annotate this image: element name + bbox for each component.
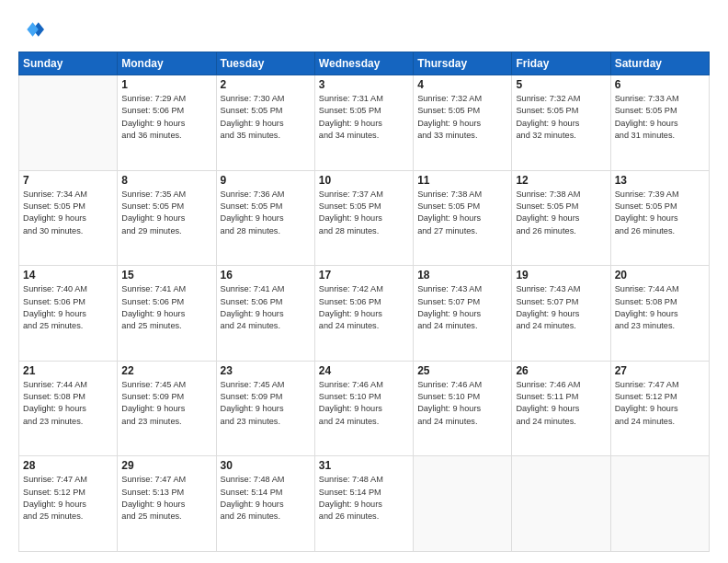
day-number: 12 [516,174,606,187]
day-cell: 31Sunrise: 7:48 AM Sunset: 5:14 PM Dayli… [314,456,413,552]
weekday-header-tuesday: Tuesday [216,52,314,75]
day-cell: 20Sunrise: 7:44 AM Sunset: 5:08 PM Dayli… [610,266,709,362]
header [18,17,710,42]
day-number: 8 [121,174,211,187]
day-info: Sunrise: 7:29 AM Sunset: 5:06 PM Dayligh… [121,93,211,142]
day-info: Sunrise: 7:42 AM Sunset: 5:06 PM Dayligh… [319,283,409,332]
day-info: Sunrise: 7:32 AM Sunset: 5:05 PM Dayligh… [417,93,507,142]
day-cell: 30Sunrise: 7:48 AM Sunset: 5:14 PM Dayli… [216,456,314,552]
day-info: Sunrise: 7:39 AM Sunset: 5:05 PM Dayligh… [615,189,705,237]
day-cell: 29Sunrise: 7:47 AM Sunset: 5:13 PM Dayli… [118,456,216,552]
day-number: 22 [121,364,211,377]
day-info: Sunrise: 7:48 AM Sunset: 5:14 PM Dayligh… [221,474,311,523]
page: SundayMondayTuesdayWednesdayThursdayFrid… [0,0,728,563]
week-row-4: 28Sunrise: 7:47 AM Sunset: 5:12 PM Dayli… [19,456,710,552]
logo-icon [18,17,44,42]
day-cell: 4Sunrise: 7:32 AM Sunset: 5:05 PM Daylig… [414,75,512,171]
weekday-header-wednesday: Wednesday [314,52,413,75]
weekday-header-friday: Friday [512,52,610,75]
day-info: Sunrise: 7:34 AM Sunset: 5:05 PM Dayligh… [23,189,113,237]
day-cell: 7Sunrise: 7:34 AM Sunset: 5:05 PM Daylig… [19,170,118,266]
day-info: Sunrise: 7:40 AM Sunset: 5:06 PM Dayligh… [23,283,113,332]
day-info: Sunrise: 7:30 AM Sunset: 5:05 PM Dayligh… [221,93,311,142]
day-cell: 18Sunrise: 7:43 AM Sunset: 5:07 PM Dayli… [414,266,512,362]
day-info: Sunrise: 7:47 AM Sunset: 5:12 PM Dayligh… [615,379,705,428]
logo [18,17,48,42]
weekday-header-thursday: Thursday [414,52,512,75]
day-cell: 16Sunrise: 7:41 AM Sunset: 5:06 PM Dayli… [216,266,314,362]
day-info: Sunrise: 7:31 AM Sunset: 5:05 PM Dayligh… [319,93,409,142]
day-number: 13 [615,174,705,187]
day-cell [19,75,118,171]
day-cell: 15Sunrise: 7:41 AM Sunset: 5:06 PM Dayli… [118,266,216,362]
calendar-table: SundayMondayTuesdayWednesdayThursdayFrid… [18,52,710,552]
day-info: Sunrise: 7:45 AM Sunset: 5:09 PM Dayligh… [221,379,311,428]
day-info: Sunrise: 7:45 AM Sunset: 5:09 PM Dayligh… [121,379,211,428]
day-cell: 21Sunrise: 7:44 AM Sunset: 5:08 PM Dayli… [19,361,118,456]
day-info: Sunrise: 7:41 AM Sunset: 5:06 PM Dayligh… [221,283,311,332]
day-cell: 27Sunrise: 7:47 AM Sunset: 5:12 PM Dayli… [610,361,709,456]
day-info: Sunrise: 7:38 AM Sunset: 5:05 PM Dayligh… [516,189,606,237]
day-cell: 28Sunrise: 7:47 AM Sunset: 5:12 PM Dayli… [19,456,118,552]
day-info: Sunrise: 7:36 AM Sunset: 5:05 PM Dayligh… [221,189,311,237]
day-number: 23 [221,364,311,377]
day-number: 1 [121,78,211,91]
day-number: 25 [417,364,507,377]
weekday-header-sunday: Sunday [19,52,118,75]
week-row-0: 1Sunrise: 7:29 AM Sunset: 5:06 PM Daylig… [19,75,710,171]
day-number: 29 [121,459,211,472]
day-number: 27 [615,364,705,377]
day-info: Sunrise: 7:35 AM Sunset: 5:05 PM Dayligh… [121,189,211,237]
day-info: Sunrise: 7:46 AM Sunset: 5:10 PM Dayligh… [319,379,409,428]
day-info: Sunrise: 7:38 AM Sunset: 5:05 PM Dayligh… [417,189,507,237]
day-number: 31 [319,459,409,472]
day-info: Sunrise: 7:46 AM Sunset: 5:10 PM Dayligh… [417,379,507,428]
day-cell: 12Sunrise: 7:38 AM Sunset: 5:05 PM Dayli… [512,170,610,266]
day-number: 24 [319,364,409,377]
day-info: Sunrise: 7:47 AM Sunset: 5:12 PM Dayligh… [23,474,113,523]
day-cell: 17Sunrise: 7:42 AM Sunset: 5:06 PM Dayli… [314,266,413,362]
day-cell: 8Sunrise: 7:35 AM Sunset: 5:05 PM Daylig… [118,170,216,266]
day-cell [512,456,610,552]
day-cell: 11Sunrise: 7:38 AM Sunset: 5:05 PM Dayli… [414,170,512,266]
day-number: 21 [23,364,113,377]
day-cell: 6Sunrise: 7:33 AM Sunset: 5:05 PM Daylig… [610,75,709,171]
day-number: 19 [516,269,606,282]
day-info: Sunrise: 7:43 AM Sunset: 5:07 PM Dayligh… [417,283,507,332]
day-info: Sunrise: 7:33 AM Sunset: 5:05 PM Dayligh… [615,93,705,142]
day-cell: 2Sunrise: 7:30 AM Sunset: 5:05 PM Daylig… [216,75,314,171]
day-number: 17 [319,269,409,282]
day-cell: 26Sunrise: 7:46 AM Sunset: 5:11 PM Dayli… [512,361,610,456]
day-cell: 1Sunrise: 7:29 AM Sunset: 5:06 PM Daylig… [118,75,216,171]
day-number: 11 [417,174,507,187]
day-number: 16 [221,269,311,282]
day-info: Sunrise: 7:41 AM Sunset: 5:06 PM Dayligh… [121,283,211,332]
day-number: 10 [319,174,409,187]
day-info: Sunrise: 7:37 AM Sunset: 5:05 PM Dayligh… [319,189,409,237]
week-row-1: 7Sunrise: 7:34 AM Sunset: 5:05 PM Daylig… [19,170,710,266]
day-info: Sunrise: 7:32 AM Sunset: 5:05 PM Dayligh… [516,93,606,142]
day-number: 20 [615,269,705,282]
day-number: 6 [615,78,705,91]
day-number: 15 [121,269,211,282]
day-info: Sunrise: 7:44 AM Sunset: 5:08 PM Dayligh… [615,283,705,332]
day-info: Sunrise: 7:47 AM Sunset: 5:13 PM Dayligh… [121,474,211,523]
day-cell: 10Sunrise: 7:37 AM Sunset: 5:05 PM Dayli… [314,170,413,266]
day-number: 14 [23,269,113,282]
day-number: 4 [417,78,507,91]
day-cell: 14Sunrise: 7:40 AM Sunset: 5:06 PM Dayli… [19,266,118,362]
day-cell: 13Sunrise: 7:39 AM Sunset: 5:05 PM Dayli… [610,170,709,266]
day-cell: 3Sunrise: 7:31 AM Sunset: 5:05 PM Daylig… [314,75,413,171]
day-cell [610,456,709,552]
weekday-header-saturday: Saturday [610,52,709,75]
day-cell: 24Sunrise: 7:46 AM Sunset: 5:10 PM Dayli… [314,361,413,456]
day-info: Sunrise: 7:46 AM Sunset: 5:11 PM Dayligh… [516,379,606,428]
week-row-3: 21Sunrise: 7:44 AM Sunset: 5:08 PM Dayli… [19,361,710,456]
day-number: 5 [516,78,606,91]
day-number: 28 [23,459,113,472]
day-cell: 23Sunrise: 7:45 AM Sunset: 5:09 PM Dayli… [216,361,314,456]
day-number: 7 [23,174,113,187]
weekday-header-monday: Monday [118,52,216,75]
day-cell: 22Sunrise: 7:45 AM Sunset: 5:09 PM Dayli… [118,361,216,456]
day-cell: 25Sunrise: 7:46 AM Sunset: 5:10 PM Dayli… [414,361,512,456]
